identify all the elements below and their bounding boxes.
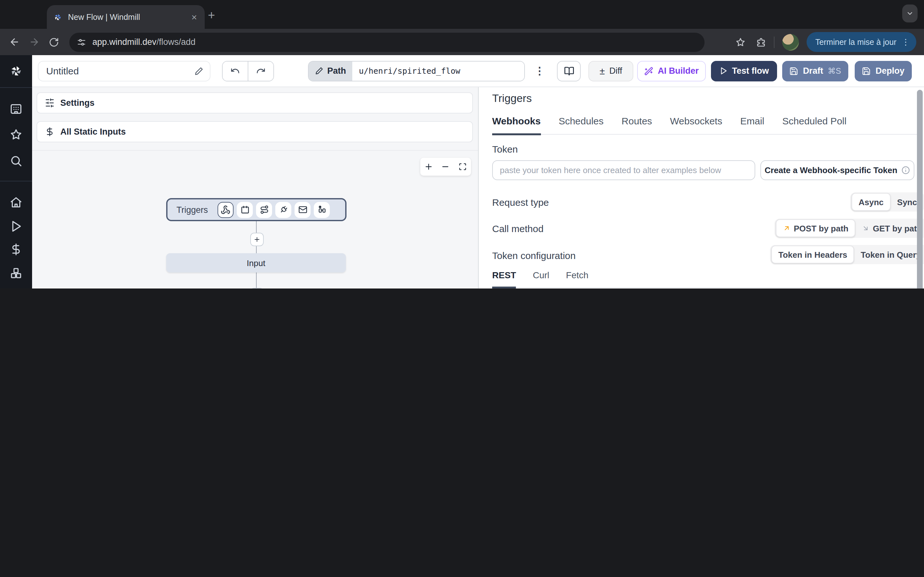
- test-flow-button[interactable]: Test flow: [711, 61, 777, 81]
- token-in-query[interactable]: Token in Query: [855, 246, 924, 263]
- new-tab-button[interactable]: +: [208, 9, 215, 21]
- sidebar-item-home[interactable]: [0, 196, 32, 209]
- sidebar-item-variables[interactable]: [0, 243, 32, 256]
- webhook-icon: [221, 205, 230, 214]
- trigger-scheduled-poll-button[interactable]: [314, 201, 330, 218]
- fit-view-icon[interactable]: [458, 162, 467, 171]
- trigger-websocket-button[interactable]: [275, 201, 291, 218]
- request-type-toggle: Async Sync: [850, 192, 924, 211]
- undo-icon: [230, 66, 240, 76]
- sidebar: [0, 55, 32, 288]
- dollar-icon: [10, 243, 23, 256]
- zoom-in-icon[interactable]: [424, 162, 433, 171]
- edit-pencil-icon[interactable]: [194, 66, 204, 75]
- profile-avatar[interactable]: [782, 34, 798, 50]
- tab-fetch[interactable]: Fetch: [566, 270, 588, 287]
- site-settings-icon[interactable]: [77, 37, 86, 47]
- sidebar-logo[interactable]: [0, 55, 32, 88]
- dollar-icon: [45, 127, 55, 137]
- sidebar-item-resources[interactable]: [0, 267, 32, 279]
- tab-webhooks[interactable]: Webhooks: [492, 115, 541, 135]
- token-label: Token: [492, 143, 518, 155]
- back-icon[interactable]: [9, 37, 20, 47]
- path-label[interactable]: Path: [309, 61, 352, 81]
- flow-title: Untitled: [46, 65, 194, 76]
- token-config-label: Token configuration: [492, 250, 575, 261]
- url-text: app.windmill.dev/flows/add: [92, 37, 195, 47]
- diff-button[interactable]: ±Diff: [588, 61, 633, 81]
- sidebar-item-runs[interactable]: [0, 220, 32, 233]
- address-bar[interactable]: app.windmill.dev/flows/add: [69, 32, 704, 52]
- windmill-favicon: [53, 13, 62, 21]
- triggers-node[interactable]: Triggers: [166, 198, 347, 221]
- tab-scheduled-poll[interactable]: Scheduled Poll: [782, 115, 846, 134]
- sidebar-item-search[interactable]: [0, 155, 32, 167]
- chrome-update-button[interactable]: Terminer la mise à jour ⋮: [806, 32, 916, 52]
- forward-icon[interactable]: [29, 37, 40, 47]
- sidebar-item-favorites[interactable]: [0, 128, 32, 141]
- call-method-get[interactable]: GET by path: [855, 220, 924, 237]
- undo-button[interactable]: [223, 61, 248, 81]
- reload-icon[interactable]: [49, 37, 59, 47]
- windmill-app: Untitled Path u/henri/spirited_flow ⋮ ±D…: [0, 55, 924, 288]
- play-icon: [10, 220, 23, 233]
- request-type-async[interactable]: Async: [851, 193, 891, 211]
- static-inputs-button[interactable]: All Static Inputs: [37, 121, 473, 142]
- save-icon: [862, 66, 871, 75]
- tab-routes[interactable]: Routes: [622, 115, 652, 134]
- more-options-button[interactable]: ⋮: [533, 65, 546, 77]
- divider: [774, 36, 774, 48]
- tab-schedules[interactable]: Schedules: [559, 115, 604, 134]
- save-icon: [790, 66, 798, 75]
- flow-title-box[interactable]: Untitled: [38, 61, 210, 81]
- scrollbar-thumb[interactable]: [917, 90, 923, 288]
- chrome-menu-icon[interactable]: ⋮: [901, 37, 910, 47]
- calendar-icon: [240, 205, 249, 214]
- zoom-out-icon[interactable]: [441, 162, 450, 171]
- arrow-down-right-icon: [862, 224, 869, 232]
- windmill-logo-icon: [9, 64, 23, 78]
- arrow-up-right-icon: [783, 224, 790, 232]
- tab-search-button[interactable]: [902, 5, 918, 23]
- save-draft-button[interactable]: Draft⌘S: [782, 61, 848, 81]
- tab-email[interactable]: Email: [740, 115, 764, 134]
- redo-button[interactable]: [248, 61, 273, 81]
- sidebar-item-workspace[interactable]: [0, 103, 32, 115]
- extensions-icon[interactable]: [756, 37, 766, 47]
- add-step-button[interactable]: [250, 288, 264, 288]
- workspace-icon: [10, 103, 23, 115]
- call-method-post[interactable]: POST by path: [776, 219, 855, 237]
- edit-pencil-icon: [315, 67, 323, 75]
- ai-builder-button[interactable]: AI Builder: [637, 61, 706, 81]
- token-input[interactable]: paste your token here once created to al…: [492, 160, 755, 180]
- tab-curl[interactable]: Curl: [533, 270, 549, 287]
- tab-close-icon[interactable]: ×: [190, 12, 198, 22]
- trigger-schedule-button[interactable]: [237, 201, 253, 218]
- flow-settings-button[interactable]: Settings: [37, 92, 473, 113]
- trigger-email-button[interactable]: [294, 201, 310, 218]
- path-group: Path u/henri/spirited_flow: [308, 61, 525, 81]
- flow-toolbar: Untitled Path u/henri/spirited_flow ⋮ ±D…: [32, 55, 924, 87]
- deploy-button[interactable]: Deploy: [855, 61, 912, 81]
- token-config-toggle: Token in Headers Token in Query: [770, 245, 924, 264]
- call-method-label: Call method: [492, 223, 543, 234]
- draft-shortcut: ⌘S: [828, 66, 841, 76]
- sliders-icon: [45, 98, 55, 108]
- undo-redo-group: [222, 61, 274, 81]
- input-node[interactable]: Input: [166, 253, 346, 272]
- browser-tab[interactable]: New Flow | Windmill ×: [47, 5, 205, 29]
- token-in-headers[interactable]: Token in Headers: [771, 245, 855, 263]
- tab-rest[interactable]: REST: [492, 270, 516, 288]
- create-token-button[interactable]: Create a Webhook-specific Token: [760, 160, 914, 180]
- add-step-button[interactable]: [250, 233, 264, 246]
- route-icon: [260, 205, 268, 214]
- panel-title: Triggers: [492, 92, 531, 105]
- path-input[interactable]: u/henri/spirited_flow: [352, 61, 525, 81]
- plus-minus-icon: ±: [599, 65, 605, 76]
- trigger-route-button[interactable]: [256, 201, 272, 218]
- bookmark-star-icon[interactable]: [735, 37, 745, 47]
- tab-websockets[interactable]: Websockets: [670, 115, 722, 134]
- home-icon: [10, 196, 23, 209]
- docs-button[interactable]: [557, 61, 581, 81]
- trigger-webhook-button[interactable]: [218, 201, 234, 218]
